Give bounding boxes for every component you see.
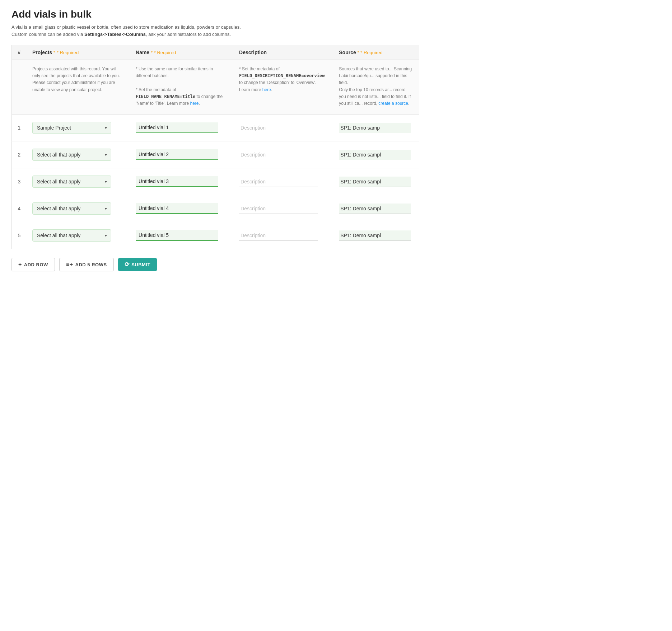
info-desc-cell: * Set the metadata of FIELD_DESCRIPTION_… xyxy=(233,60,333,114)
col-header-num: # xyxy=(12,45,27,60)
row-projects-cell: Sample Project Sample Project xyxy=(27,114,130,141)
row-projects-cell: Select all that apply Sample Project xyxy=(27,168,130,195)
row-desc-cell xyxy=(233,168,333,195)
row-source-cell xyxy=(333,222,419,249)
add-rows-icon: ≡+ xyxy=(66,262,73,267)
source-input-wrapper xyxy=(339,204,411,214)
plus-icon: + xyxy=(18,262,22,267)
name-input-wrapper xyxy=(136,230,218,241)
table-row: 2 Select all that apply Sample Project xyxy=(12,141,419,168)
row-name-cell xyxy=(130,222,233,249)
row-projects-cell: Select all that apply Sample Project xyxy=(27,141,130,168)
add-row-button[interactable]: + ADD ROW xyxy=(11,258,55,271)
row-name-cell xyxy=(130,141,233,168)
info-num-cell xyxy=(12,60,27,114)
row-desc-cell xyxy=(233,114,333,141)
create-source-link[interactable]: create a source xyxy=(378,101,408,106)
info-projects-cell: Projects associated with this record. Yo… xyxy=(27,60,130,114)
add-5-rows-button[interactable]: ≡+ ADD 5 ROWS xyxy=(59,258,114,271)
row-name-cell xyxy=(130,114,233,141)
col-header-description: Description xyxy=(233,45,333,60)
table-info-row: Projects associated with this record. Yo… xyxy=(12,60,419,114)
footer-buttons: + ADD ROW ≡+ ADD 5 ROWS ⟳ SUBMIT xyxy=(11,258,419,271)
row-desc-cell xyxy=(233,195,333,222)
name-input[interactable] xyxy=(136,176,218,187)
submit-icon: ⟳ xyxy=(125,262,130,267)
description-input[interactable] xyxy=(239,123,318,133)
project-select-wrapper: Sample Project Sample Project xyxy=(32,122,111,134)
row-num-cell: 4 xyxy=(12,195,27,222)
source-required-label: * * Required xyxy=(358,50,383,55)
name-input-wrapper xyxy=(136,149,218,160)
row-projects-cell: Select all that apply Sample Project xyxy=(27,195,130,222)
row-projects-cell: Select all that apply Sample Project xyxy=(27,222,130,249)
desc-input-wrapper xyxy=(239,150,318,160)
col-header-projects: Projects * * Required xyxy=(27,45,130,60)
source-input-wrapper xyxy=(339,150,411,160)
row-source-cell xyxy=(333,114,419,141)
project-select-wrapper: Select all that apply Sample Project xyxy=(32,202,111,215)
name-input[interactable] xyxy=(136,203,218,214)
desc-input-wrapper xyxy=(239,177,318,187)
page-subtitle: A vial is a small glass or plastic vesse… xyxy=(11,24,419,38)
source-input[interactable] xyxy=(339,230,411,241)
col-header-source: Source * * Required xyxy=(333,45,419,60)
project-select-wrapper: Select all that apply Sample Project xyxy=(32,176,111,188)
project-select[interactable]: Select all that apply Sample Project xyxy=(32,229,111,242)
field-desc-code: FIELD_DESCRIPTION_RENAME=overview xyxy=(239,73,325,78)
projects-required-label: * * Required xyxy=(53,50,79,55)
table-header-row: # Projects * * Required Name * * Require… xyxy=(12,45,419,60)
project-select[interactable]: Select all that apply Sample Project xyxy=(32,176,111,188)
row-desc-cell xyxy=(233,141,333,168)
name-input-wrapper xyxy=(136,203,218,214)
desc-input-wrapper xyxy=(239,204,318,214)
description-input[interactable] xyxy=(239,204,318,214)
project-select[interactable]: Sample Project Sample Project xyxy=(32,122,111,134)
row-source-cell xyxy=(333,141,419,168)
table-row: 3 Select all that apply Sample Project xyxy=(12,168,419,195)
source-input[interactable] xyxy=(339,123,411,133)
row-name-cell xyxy=(130,168,233,195)
project-select-wrapper: Select all that apply Sample Project xyxy=(32,149,111,161)
project-select[interactable]: Select all that apply Sample Project xyxy=(32,149,111,161)
bulk-vials-table: # Projects * * Required Name * * Require… xyxy=(11,45,419,249)
page-title: Add vials in bulk xyxy=(11,9,419,20)
name-input[interactable] xyxy=(136,122,218,133)
source-input-wrapper xyxy=(339,123,411,133)
name-input[interactable] xyxy=(136,149,218,160)
source-input[interactable] xyxy=(339,150,411,160)
project-select[interactable]: Select all that apply Sample Project xyxy=(32,202,111,215)
table-row: 1 Sample Project Sample Project xyxy=(12,114,419,141)
row-num-cell: 5 xyxy=(12,222,27,249)
row-source-cell xyxy=(333,168,419,195)
info-source-cell: Sources that were used to... Scanning La… xyxy=(333,60,419,114)
source-input[interactable] xyxy=(339,177,411,187)
row-num-cell: 3 xyxy=(12,168,27,195)
col-header-name: Name * * Required xyxy=(130,45,233,60)
row-source-cell xyxy=(333,195,419,222)
submit-button[interactable]: ⟳ SUBMIT xyxy=(118,258,157,271)
row-name-cell xyxy=(130,195,233,222)
name-input[interactable] xyxy=(136,230,218,241)
row-desc-cell xyxy=(233,222,333,249)
table-row: 5 Select all that apply Sample Project xyxy=(12,222,419,249)
source-input[interactable] xyxy=(339,204,411,214)
row-num-cell: 1 xyxy=(12,114,27,141)
name-input-wrapper xyxy=(136,122,218,133)
desc-input-wrapper xyxy=(239,230,318,241)
table-row: 4 Select all that apply Sample Project xyxy=(12,195,419,222)
desc-input-wrapper xyxy=(239,123,318,133)
source-input-wrapper xyxy=(339,177,411,187)
source-input-wrapper xyxy=(339,230,411,241)
name-learn-more-link[interactable]: here xyxy=(190,101,199,106)
project-select-wrapper: Select all that apply Sample Project xyxy=(32,229,111,242)
name-input-wrapper xyxy=(136,176,218,187)
name-required-label: * * Required xyxy=(151,50,176,55)
info-name-cell: * Use the same name for similar items in… xyxy=(130,60,233,114)
field-name-code: FIELD_NAME_RENAME=title xyxy=(136,94,195,99)
description-input[interactable] xyxy=(239,177,318,187)
desc-learn-more-link[interactable]: here xyxy=(262,87,271,92)
row-num-cell: 2 xyxy=(12,141,27,168)
description-input[interactable] xyxy=(239,150,318,160)
description-input[interactable] xyxy=(239,230,318,241)
